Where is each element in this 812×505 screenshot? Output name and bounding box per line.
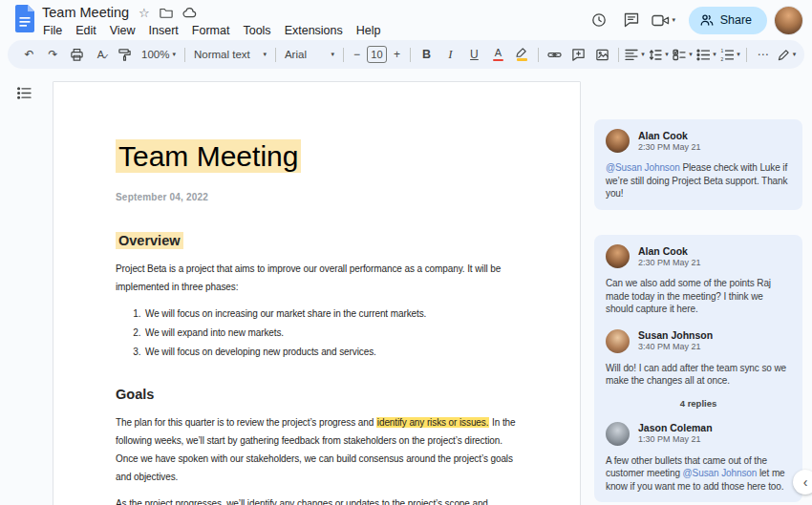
underline-button[interactable]: U — [463, 43, 485, 66]
comment-thread-card[interactable]: Alan Cook 2:30 PM May 21 Can we also add… — [594, 235, 802, 502]
author-avatar — [606, 422, 630, 446]
font-family-select[interactable]: Arial▾ — [280, 43, 339, 66]
comment-timestamp: 1:30 PM May 21 — [638, 434, 713, 445]
star-icon[interactable]: ☆ — [139, 6, 150, 20]
paint-format-button[interactable] — [114, 43, 136, 66]
divider — [275, 48, 276, 62]
numbered-list-button[interactable]: 12 ▾ — [719, 43, 741, 66]
phase-item[interactable]: We will focus on increasing our market s… — [143, 305, 521, 323]
add-comment-button[interactable] — [567, 43, 589, 66]
insert-link-button[interactable] — [544, 43, 566, 66]
comment-entry[interactable]: Jason Coleman 1:30 PM May 21 A few other… — [606, 422, 791, 494]
people-icon — [700, 13, 714, 27]
comments-button[interactable] — [616, 5, 647, 35]
comment-entry[interactable]: Susan Johnson 3:40 PM May 21 Will do! I … — [606, 329, 791, 388]
goals-paragraph-2[interactable]: As the project progresses, we’ll identif… — [116, 494, 521, 505]
phase-item[interactable]: We will expand into new markets. — [143, 324, 521, 342]
replies-count[interactable]: 4 replies — [606, 398, 791, 409]
comment-timestamp: 3:40 PM May 21 — [638, 342, 713, 352]
header-actions: ▾ Share — [584, 5, 802, 35]
version-history-button[interactable] — [584, 5, 614, 35]
comment-author: Alan Cook — [638, 130, 701, 142]
document-page[interactable]: Team Meeting September 04, 2022 Overview… — [53, 81, 581, 505]
mention-link[interactable]: @Susan Johnson — [683, 468, 758, 478]
doc-date[interactable]: September 04, 2022 — [116, 188, 521, 206]
text-color-button[interactable]: A — [487, 43, 509, 66]
highlighted-text[interactable]: identify any risks or issues. — [376, 417, 490, 428]
undo-button[interactable]: ↶ — [18, 43, 40, 66]
paragraph-style-select[interactable]: Normal text▾ — [189, 43, 271, 66]
svg-text:2: 2 — [721, 55, 724, 61]
comment-timestamp: 2:30 PM May 21 — [638, 142, 701, 153]
comment-text: Will do! I can add after the team sync s… — [606, 362, 791, 388]
comment-author: Alan Cook — [638, 245, 701, 258]
italic-button[interactable]: I — [439, 43, 461, 66]
comment-text: A few other bullets that came out of the… — [606, 454, 791, 494]
print-button[interactable] — [66, 43, 88, 66]
menu-tools[interactable]: Tools — [236, 23, 277, 38]
comment-text: Can we also add some of the points Raj m… — [606, 277, 791, 316]
meet-video-button[interactable]: ▾ — [649, 5, 679, 35]
collapse-panel-button[interactable]: ‹ — [793, 470, 812, 494]
author-avatar — [606, 129, 630, 153]
comment-author: Susan Johnson — [638, 329, 713, 342]
phases-list: We will focus on increasing our market s… — [116, 305, 521, 361]
menu-edit[interactable]: Edit — [69, 23, 103, 38]
checklist-button[interactable]: ▾ — [672, 43, 694, 66]
title-highlight[interactable]: Team Meeting — [116, 139, 301, 173]
overview-heading[interactable]: Overview — [116, 232, 521, 250]
menu-view[interactable]: View — [103, 23, 142, 38]
divider — [618, 48, 619, 62]
menu-file[interactable]: File — [36, 23, 69, 38]
svg-text:1: 1 — [721, 49, 724, 53]
bulleted-list-button[interactable]: ▾ — [695, 43, 717, 66]
editing-mode-button[interactable]: ▾ — [776, 43, 798, 66]
chevron-left-icon: ‹ — [803, 474, 808, 490]
spellcheck-button[interactable]: A✓ — [90, 43, 112, 66]
menu-insert[interactable]: Insert — [142, 23, 185, 38]
cloud-status-icon[interactable] — [182, 8, 197, 18]
goals-paragraph-1[interactable]: The plan for this quarter is to review t… — [116, 413, 521, 486]
share-button[interactable]: Share — [689, 7, 767, 34]
document-title[interactable]: Team Meeting — [42, 5, 129, 20]
menu-extensions[interactable]: Extensions — [278, 23, 350, 38]
align-button[interactable]: ▾ — [624, 43, 646, 66]
comment-card[interactable]: Alan Cook 2:30 PM May 21 @Susan Johnson … — [594, 119, 802, 210]
goals-heading[interactable]: Goals — [116, 386, 521, 404]
move-folder-icon[interactable] — [160, 7, 173, 18]
toolbar: ↶ ↷ A✓ 100%▾ Normal text▾ Arial▾ − 10 + … — [8, 40, 804, 69]
overview-highlight[interactable]: Overview — [116, 232, 183, 249]
goals-text: The plan for this quarter is to review t… — [116, 417, 376, 428]
divider — [343, 48, 344, 62]
doc-title-heading[interactable]: Team Meeting — [116, 137, 521, 176]
share-label: Share — [720, 13, 752, 27]
menubar: File Edit View Insert Format Tools Exten… — [36, 23, 388, 38]
mention-link[interactable]: @Susan Johnson — [606, 162, 680, 173]
document-body[interactable]: Team Meeting September 04, 2022 Overview… — [53, 82, 580, 505]
highlight-color-button[interactable] — [511, 43, 533, 66]
increase-font-size-button[interactable]: + — [389, 43, 405, 66]
zoom-select[interactable]: 100%▾ — [137, 43, 181, 66]
author-avatar — [606, 244, 630, 268]
menu-help[interactable]: Help — [350, 23, 388, 38]
redo-button[interactable]: ↷ — [42, 43, 64, 66]
menu-format[interactable]: Format — [185, 23, 237, 38]
more-options-button[interactable]: ⋯ — [752, 43, 774, 66]
font-size-input[interactable]: 10 — [367, 46, 387, 63]
comment-entry[interactable]: Alan Cook 2:30 PM May 21 Can we also add… — [606, 244, 791, 316]
divider — [410, 48, 411, 62]
hide-menus-button[interactable]: ∧ — [800, 43, 804, 66]
user-avatar[interactable] — [775, 7, 802, 34]
divider — [746, 48, 747, 62]
divider — [184, 48, 185, 62]
insert-image-button[interactable] — [591, 43, 613, 66]
document-outline-icon[interactable] — [12, 81, 35, 104]
docs-logo-icon[interactable] — [14, 5, 35, 32]
line-spacing-button[interactable]: ▾ — [648, 43, 670, 66]
decrease-font-size-button[interactable]: − — [349, 43, 365, 66]
bold-button[interactable]: B — [416, 43, 438, 66]
comment-author: Jason Coleman — [638, 422, 713, 434]
overview-paragraph[interactable]: Project Beta is a project that aims to i… — [116, 260, 521, 296]
divider — [538, 48, 539, 62]
phase-item[interactable]: We will focus on developing new products… — [143, 343, 521, 361]
